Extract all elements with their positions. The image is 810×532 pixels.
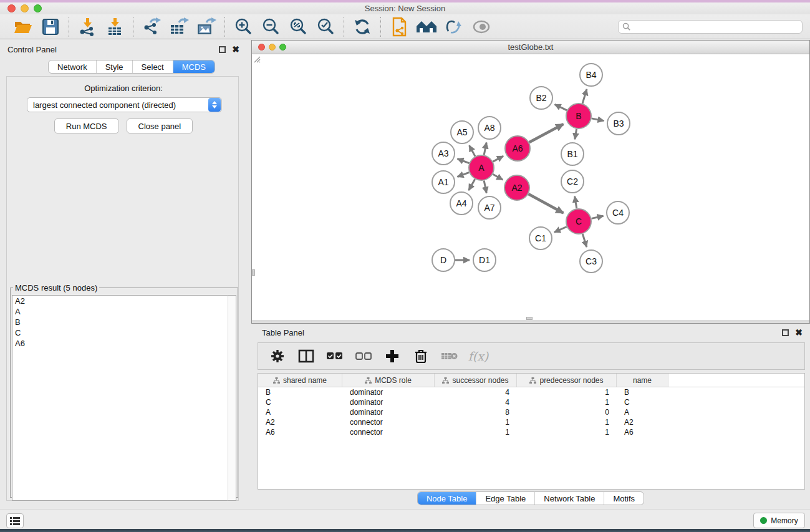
graph-edge-C-C3[interactable] [582, 234, 587, 247]
apply-preferred-layout-button[interactable] [352, 17, 373, 37]
new-network-from-selection-button[interactable] [388, 17, 410, 37]
node-table[interactable]: shared nameMCDS rolesuccessor nodesprede… [258, 373, 805, 490]
close-panel-button[interactable]: Close panel [127, 118, 193, 133]
cell-predecessor-nodes[interactable]: 1 [517, 388, 617, 397]
cell-shared-name[interactable]: A6 [258, 428, 342, 437]
graph-edge-A-A3[interactable] [458, 159, 470, 163]
zoom-in-button[interactable] [233, 17, 254, 37]
column-header-predecessor-nodes[interactable]: predecessor nodes [517, 374, 617, 387]
criterion-select[interactable]: largest connected component (directed) [27, 97, 222, 112]
result-list-scrollbar[interactable] [228, 295, 236, 501]
cell-name[interactable]: C [617, 398, 668, 407]
zoom-fit-content-button[interactable] [287, 17, 309, 37]
cell-shared-name[interactable]: A2 [258, 418, 342, 427]
task-history-button[interactable] [6, 513, 24, 528]
close-network-window-button[interactable] [258, 44, 265, 51]
select-all-rows-button[interactable] [324, 346, 345, 367]
add-column-button[interactable] [382, 346, 403, 367]
save-session-button[interactable] [40, 17, 61, 37]
graph-edge-B-B4[interactable] [582, 89, 587, 104]
tab-network[interactable]: Network [49, 60, 96, 73]
minimize-window-button[interactable] [21, 4, 29, 12]
cell-name[interactable]: A6 [617, 428, 668, 437]
cell-shared-name[interactable]: A [258, 408, 342, 417]
graph-edge-A-A2[interactable] [493, 174, 503, 180]
graph-edge-B-B3[interactable] [592, 118, 604, 121]
delete-column-button[interactable] [410, 346, 432, 367]
minimize-network-window-button[interactable] [269, 44, 276, 51]
column-header-shared-name[interactable]: shared name [258, 374, 342, 387]
network-window-titlebar[interactable]: testGlobe.txt [252, 41, 809, 54]
close-table-panel-icon[interactable]: ✖ [795, 329, 803, 336]
search-input[interactable] [630, 22, 798, 31]
graph-edge-A-A8[interactable] [484, 143, 486, 155]
cell-successor-nodes[interactable]: 4 [435, 388, 517, 397]
vertical-scroll-indicator[interactable] [252, 269, 255, 276]
graph-edge-C-C2[interactable] [575, 196, 577, 209]
cell-predecessor-nodes[interactable]: 0 [517, 408, 617, 417]
result-item-b[interactable]: B [12, 317, 228, 327]
cell-MCDS-role[interactable]: connector [342, 418, 435, 427]
graph-edge-A-A4[interactable] [469, 179, 475, 190]
cell-successor-nodes[interactable]: 1 [435, 428, 517, 437]
column-settings-button[interactable] [267, 346, 288, 367]
graph-edge-A-A6[interactable] [493, 156, 504, 162]
close-window-button[interactable] [7, 4, 16, 12]
cell-predecessor-nodes[interactable]: 1 [517, 428, 617, 437]
import-table-from-file-button[interactable] [104, 17, 125, 37]
run-mcds-button[interactable]: Run MCDS [54, 118, 119, 133]
tab-network-table[interactable]: Network Table [534, 492, 604, 505]
cell-MCDS-role[interactable]: connector [342, 428, 435, 437]
graph-edge-C-C1[interactable] [554, 227, 567, 233]
memory-status-button[interactable]: Memory [753, 513, 805, 528]
export-network-button[interactable] [141, 17, 162, 37]
cell-name[interactable]: A [617, 408, 668, 417]
mcds-result-list[interactable]: A2ABCA6 [12, 295, 229, 501]
graph-edge-A-A5[interactable] [470, 145, 476, 157]
zoom-network-window-button[interactable] [279, 44, 286, 51]
table-row-a[interactable]: Adominator80A [258, 407, 804, 417]
hide-graphics-details-button[interactable] [443, 17, 465, 37]
table-row-b[interactable]: Bdominator41B [258, 387, 804, 397]
table-row-a6[interactable]: A6connector11A6 [258, 427, 804, 437]
cell-successor-nodes[interactable]: 8 [435, 408, 517, 417]
export-image-button[interactable] [196, 17, 217, 37]
zoom-selected-region-button[interactable] [315, 17, 336, 37]
tab-motifs[interactable]: Motifs [604, 492, 644, 505]
column-header-MCDS-role[interactable]: MCDS role [342, 374, 435, 387]
import-network-from-file-button[interactable] [77, 17, 98, 37]
open-session-button[interactable] [12, 17, 34, 37]
graph-edge-B-B1[interactable] [575, 129, 577, 140]
graph-edge-A2-C[interactable] [528, 194, 563, 213]
deselect-all-rows-button[interactable] [353, 346, 374, 367]
cell-MCDS-role[interactable]: dominator [342, 408, 435, 417]
tab-style[interactable]: Style [96, 60, 132, 73]
result-item-a2[interactable]: A2 [12, 296, 228, 306]
cell-successor-nodes[interactable]: 4 [435, 398, 517, 407]
column-header-name[interactable]: name [617, 374, 668, 387]
table-row-a2[interactable]: A2connector11A2 [258, 417, 804, 427]
cell-predecessor-nodes[interactable]: 1 [517, 398, 617, 407]
cell-MCDS-role[interactable]: dominator [342, 388, 435, 397]
resize-grip-icon[interactable] [252, 54, 261, 63]
network-canvas[interactable]: B4B2BB3A8A5A6A3B1AC2A1A2A4A7C4CC1DD1C3 [252, 54, 809, 320]
cell-successor-nodes[interactable]: 1 [435, 418, 517, 427]
tab-node-table[interactable]: Node Table [418, 492, 476, 505]
result-item-c[interactable]: C [12, 327, 228, 338]
cell-MCDS-role[interactable]: dominator [342, 398, 435, 407]
zoom-out-button[interactable] [260, 17, 281, 37]
zoom-window-button[interactable] [34, 4, 42, 12]
search-field[interactable] [618, 20, 803, 34]
export-table-button[interactable] [168, 17, 190, 37]
column-header-successor-nodes[interactable]: successor nodes [435, 374, 517, 387]
table-row-c[interactable]: Cdominator41C [258, 397, 804, 407]
cell-predecessor-nodes[interactable]: 1 [517, 418, 617, 427]
result-item-a[interactable]: A [12, 306, 228, 317]
graph-edge-A6-B[interactable] [529, 124, 564, 142]
graph-edge-A-A1[interactable] [458, 172, 470, 177]
show-graphics-details-button[interactable] [471, 17, 492, 37]
cell-name[interactable]: B [617, 388, 668, 397]
cell-name[interactable]: A2 [617, 418, 668, 427]
result-item-a6[interactable]: A6 [12, 338, 228, 349]
graph-edge-B-B2[interactable] [555, 104, 567, 110]
